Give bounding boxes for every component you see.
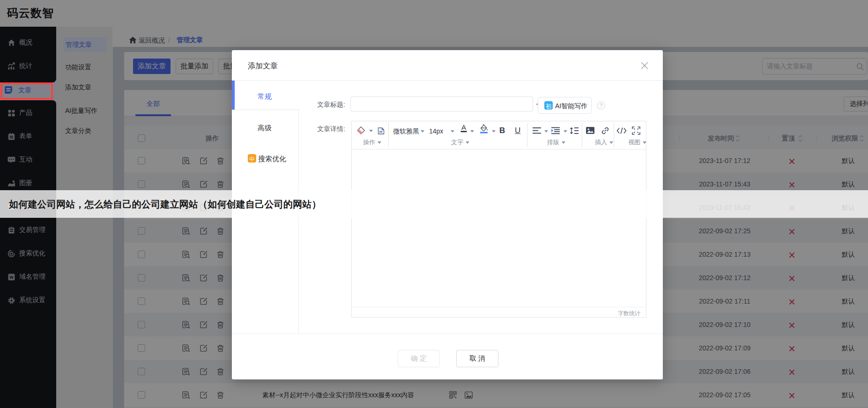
svg-text:?: ? <box>600 103 602 108</box>
svg-text:A: A <box>461 124 466 131</box>
